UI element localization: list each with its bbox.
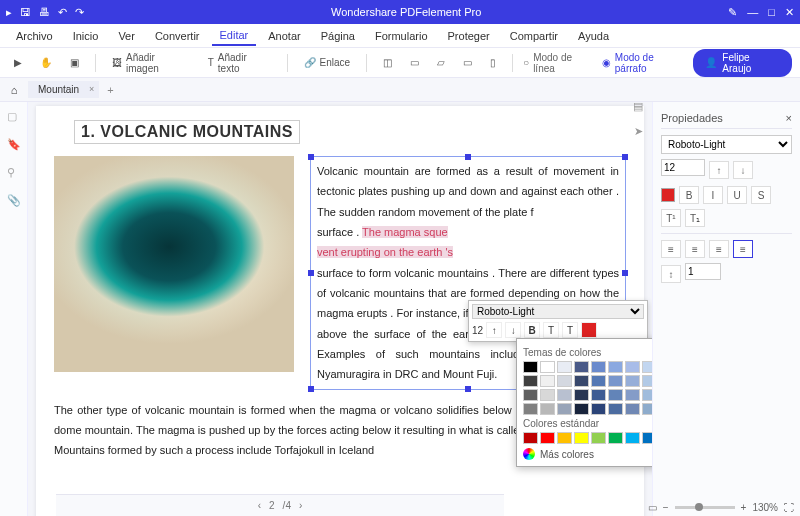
font-select[interactable]: Roboto-Light	[661, 135, 792, 154]
theme-color-swatch[interactable]	[557, 361, 572, 373]
theme-color-swatch[interactable]	[540, 361, 555, 373]
italic-button[interactable]: I	[703, 186, 723, 204]
crop-icon[interactable]: ◫	[377, 54, 398, 71]
theme-color-swatch[interactable]	[642, 403, 652, 415]
menu-compartir[interactable]: Compartir	[502, 27, 566, 45]
strike-button[interactable]: S	[751, 186, 771, 204]
menu-editar[interactable]: Editar	[212, 26, 257, 46]
zoom-out-icon[interactable]: −	[663, 502, 669, 513]
theme-color-swatch[interactable]	[625, 361, 640, 373]
heading[interactable]: 1. VOLCANIC MOUNTAINS	[74, 120, 300, 144]
home-tab-icon[interactable]: ⌂	[6, 84, 22, 96]
align-right-icon[interactable]: ≡	[709, 240, 729, 258]
shape2-icon[interactable]: ▭	[457, 54, 478, 71]
float-font-select[interactable]: Roboto-Light	[472, 304, 644, 319]
std-color-swatch[interactable]	[574, 432, 589, 444]
floating-format-bar[interactable]: Roboto-Light 12 ↑ ↓ B T T	[468, 300, 648, 342]
size-up-icon[interactable]: ↑	[486, 322, 502, 338]
theme-color-swatch[interactable]	[540, 403, 555, 415]
menu-archivo[interactable]: Archivo	[8, 27, 61, 45]
fit-icon[interactable]: ▭	[648, 502, 657, 513]
color-picker-popup[interactable]: Temas de colores Colores estándar Más co…	[516, 338, 652, 467]
comment-rail-icon[interactable]: ▤	[633, 100, 643, 113]
size-input[interactable]	[661, 159, 705, 176]
subscript-icon[interactable]: T₁	[685, 209, 705, 227]
text-icon[interactable]: T	[543, 322, 559, 338]
theme-color-swatch[interactable]	[608, 361, 623, 373]
menu-formulario[interactable]: Formulario	[367, 27, 436, 45]
zoom-slider[interactable]	[675, 506, 735, 509]
theme-color-swatch[interactable]	[625, 375, 640, 387]
search-rail-icon[interactable]: ⚲	[7, 166, 21, 180]
theme-color-swatch[interactable]	[523, 361, 538, 373]
hand-tool[interactable]: ✋	[34, 54, 58, 71]
theme-color-swatch[interactable]	[557, 403, 572, 415]
bookmarks-icon[interactable]: 🔖	[7, 138, 21, 152]
underline-button[interactable]: U	[727, 186, 747, 204]
share-rail-icon[interactable]: ➤	[634, 125, 643, 138]
spacing-icon[interactable]: ↕	[661, 265, 681, 283]
size-down-icon[interactable]: ↓	[505, 322, 521, 338]
superscript-icon[interactable]: T¹	[661, 209, 681, 227]
theme-color-swatch[interactable]	[574, 361, 589, 373]
menu-ver[interactable]: Ver	[110, 27, 143, 45]
size-inc-icon[interactable]: ↑	[709, 161, 729, 179]
panel-close-icon[interactable]: ×	[786, 112, 792, 124]
zoom-in-icon[interactable]: +	[741, 502, 747, 513]
theme-color-swatch[interactable]	[574, 389, 589, 401]
minimize-icon[interactable]: —	[747, 6, 758, 18]
menu-pagina[interactable]: Página	[313, 27, 363, 45]
highlighted-text[interactable]: The magma sque	[362, 226, 448, 238]
page-number[interactable]: 2	[269, 500, 275, 511]
align-left-icon[interactable]: ≡	[661, 240, 681, 258]
print-icon[interactable]: 🖶	[39, 6, 50, 19]
add-image-button[interactable]: 🖼 Añadir imagen	[106, 49, 196, 77]
theme-color-swatch[interactable]	[625, 389, 640, 401]
select-tool[interactable]: ▶	[8, 54, 28, 71]
fullscreen-icon[interactable]: ⛶	[784, 502, 794, 513]
save-icon[interactable]: 🖫	[20, 6, 31, 19]
theme-color-swatch[interactable]	[557, 389, 572, 401]
spacing-input[interactable]	[685, 263, 721, 280]
edit-tool[interactable]: ▣	[64, 54, 85, 71]
maximize-icon[interactable]: □	[768, 6, 775, 18]
theme-color-swatch[interactable]	[642, 375, 652, 387]
text2-icon[interactable]: T	[562, 322, 578, 338]
shape-icon[interactable]: ▱	[431, 54, 451, 71]
align-justify-icon[interactable]: ≡	[733, 240, 753, 258]
std-color-swatch[interactable]	[591, 432, 606, 444]
link-button[interactable]: 🔗 Enlace	[298, 54, 357, 71]
document-tab[interactable]: Mountain×	[28, 81, 99, 98]
document-canvas[interactable]: 1. VOLCANIC MOUNTAINS Volcanic mountain …	[28, 102, 652, 516]
size-dec-icon[interactable]: ↓	[733, 161, 753, 179]
next-page-icon[interactable]: ›	[299, 500, 302, 511]
theme-color-swatch[interactable]	[591, 389, 606, 401]
prev-page-icon[interactable]: ‹	[258, 500, 261, 511]
menu-inicio[interactable]: Inicio	[65, 27, 107, 45]
std-color-swatch[interactable]	[523, 432, 538, 444]
std-color-swatch[interactable]	[557, 432, 572, 444]
menu-anotar[interactable]: Anotar	[260, 27, 308, 45]
text-color-swatch[interactable]	[661, 188, 675, 202]
tab-close-icon[interactable]: ×	[89, 84, 94, 94]
theme-color-swatch[interactable]	[591, 403, 606, 415]
std-color-swatch[interactable]	[625, 432, 640, 444]
std-color-swatch[interactable]	[608, 432, 623, 444]
para-mode[interactable]: ◉ Modo de párrafo	[602, 52, 688, 74]
align-center-icon[interactable]: ≡	[685, 240, 705, 258]
attach-icon[interactable]: 📎	[7, 194, 21, 208]
theme-color-swatch[interactable]	[574, 375, 589, 387]
theme-color-swatch[interactable]	[608, 389, 623, 401]
theme-color-swatch[interactable]	[557, 375, 572, 387]
menu-proteger[interactable]: Proteger	[440, 27, 498, 45]
bold-button[interactable]: B	[679, 186, 699, 204]
new-tab-icon[interactable]: +	[107, 84, 113, 96]
more-colors-button[interactable]: Más colores	[523, 448, 652, 460]
theme-color-swatch[interactable]	[625, 403, 640, 415]
thumbnails-icon[interactable]: ▢	[7, 110, 21, 124]
color-swatch[interactable]	[581, 322, 597, 338]
theme-color-swatch[interactable]	[591, 375, 606, 387]
theme-color-swatch[interactable]	[642, 361, 652, 373]
menu-convertir[interactable]: Convertir	[147, 27, 208, 45]
std-color-swatch[interactable]	[540, 432, 555, 444]
